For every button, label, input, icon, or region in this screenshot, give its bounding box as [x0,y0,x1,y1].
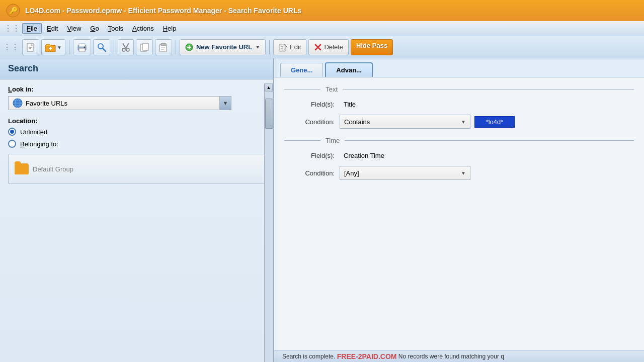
right-panel: Gene... Advan... Text Field(s): Title Co… [274,58,644,362]
plus-icon [185,43,193,51]
text-condition-label: Condition: [284,118,335,126]
copy-icon [139,42,149,52]
tab-advanced-label: Advan... [336,66,362,74]
edit-label: Edit [290,43,301,51]
time-condition-value: [Any] [344,169,359,177]
time-section-divider: Time [284,137,634,144]
text-condition-controls: Contains ▼ *lo4d* [340,115,515,129]
cut-icon [121,42,130,52]
look-in-dropdown-arrow[interactable]: ▼ [219,96,231,110]
menu-go[interactable]: Go [86,24,103,33]
tab-advanced[interactable]: Advan... [325,62,373,77]
edit-icon [279,43,288,52]
look-in-label: Look in: [8,85,265,93]
drag-handle: ⋮⋮ [4,24,20,33]
svg-line-13 [103,48,106,51]
text-condition-arrow: ▼ [461,119,466,125]
tab-content-advanced: Text Field(s): Title Condition: Contains… [274,77,644,350]
text-section-divider: Text [284,85,634,93]
tab-general[interactable]: Gene... [280,63,323,77]
radio-belonging-label: Belonging to: [20,140,58,148]
new-favorite-url-button[interactable]: New Favorite URL ▼ [180,39,266,55]
cut-button[interactable] [118,39,134,55]
menu-bar: ⋮⋮ File Edit View Go Tools Actions Help [0,21,644,36]
tabs-row: Gene... Advan... [274,58,644,77]
menu-edit[interactable]: Edit [43,24,62,33]
time-condition-select[interactable]: [Any] ▼ [340,166,470,180]
arrow-down-icon: ▼ [223,100,228,106]
hide-pass-button[interactable]: Hide Pass [351,39,393,55]
menu-actions[interactable]: Actions [128,24,158,33]
watermark: FREE-2PAID.COM [337,352,397,360]
toolbar-drag: ⋮⋮ [3,42,19,52]
divider-line-right-text [343,89,634,89]
radio-belonging[interactable]: Belonging to: [8,140,265,148]
separator-3 [176,40,176,54]
main-content: Search Look in: Favorite URLs [0,58,644,362]
paste-button[interactable] [155,39,172,55]
time-fields-value: Creation Time [340,150,388,161]
scroll-up-button[interactable]: ▲ [265,83,273,92]
text-fields-label: Field(s): [284,101,335,108]
status-bar: Search is complete. FREE-2PAID.COM No re… [274,350,644,362]
new-doc-button[interactable] [22,39,39,55]
status-text-2: No records were found matching your q [396,353,504,360]
time-condition-row: Condition: [Any] ▼ [284,166,634,180]
scroll-thumb[interactable] [265,99,273,129]
print-button[interactable] [73,39,91,55]
time-condition-arrow: ▼ [461,170,466,176]
app-icon: 🔑 [6,4,20,18]
new-favorite-dropdown-arrow[interactable]: ▼ [255,44,260,50]
divider-line-right-time [345,140,634,141]
time-fields-row: Field(s): Creation Time [284,150,634,161]
text-condition-input[interactable]: *lo4d* [474,116,515,128]
look-in-value: Favorite URLs [26,100,67,107]
title-text: LO4D.com - Password.epmw - Efficient Pas… [25,7,301,15]
open-dropdown-arrow[interactable]: ▼ [57,45,62,50]
new-doc-icon [26,42,36,52]
radio-unlimited[interactable]: Unlimited [8,128,265,136]
menu-view[interactable]: View [63,24,85,33]
open-folder-button[interactable]: ▼ [41,39,65,55]
radio-unlimited-circle [8,128,16,136]
hide-pass-label: Hide Pass [356,42,387,49]
svg-point-11 [84,46,85,48]
menu-tools[interactable]: Tools [104,24,127,33]
find-icon [97,42,107,52]
paste-icon [158,42,169,52]
status-text: Search is complete. [282,353,337,360]
svg-point-15 [126,48,129,51]
divider-line-left-time [284,140,320,141]
svg-rect-9 [79,44,85,47]
menu-help[interactable]: Help [159,24,181,33]
svg-point-14 [122,48,125,51]
divider-line-left-text [284,89,320,89]
time-fields-label: Field(s): [284,152,335,159]
time-condition-label: Condition: [284,169,335,177]
location-section: Location: Unlimited Belonging to: Defaul… [8,117,265,184]
print-icon [76,42,88,52]
time-section-label: Time [326,137,340,144]
copy-button[interactable] [136,39,153,55]
text-fields-value: Title [340,99,360,110]
search-body: Look in: Favorite URLs ▼ [0,79,273,362]
separator-4 [269,40,270,54]
separator-1 [69,40,69,54]
text-condition-select[interactable]: Contains ▼ [340,115,470,129]
globe-icon [13,98,23,108]
default-group-box[interactable]: Default Group [8,154,265,184]
scroll-area[interactable]: ▲ [264,83,273,362]
edit-button[interactable]: Edit [273,39,306,55]
tab-general-label: Gene... [291,66,312,74]
svg-rect-19 [161,43,166,46]
separator-2 [114,40,114,54]
svg-text:🔑: 🔑 [9,7,18,15]
menu-file[interactable]: File [22,23,42,34]
look-in-select[interactable]: Favorite URLs [8,96,219,110]
search-title: Search [0,58,273,79]
find-button[interactable] [93,39,110,55]
folder-icon [15,163,29,174]
delete-label: Delete [324,43,343,51]
delete-button[interactable]: Delete [308,39,349,55]
text-condition-value: Contains [344,118,370,126]
